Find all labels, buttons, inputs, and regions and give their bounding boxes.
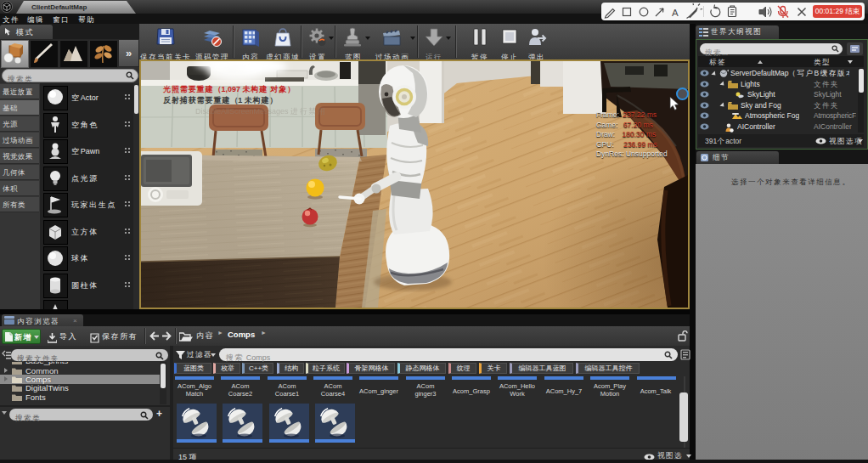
svg-text:A: A: [672, 8, 679, 18]
